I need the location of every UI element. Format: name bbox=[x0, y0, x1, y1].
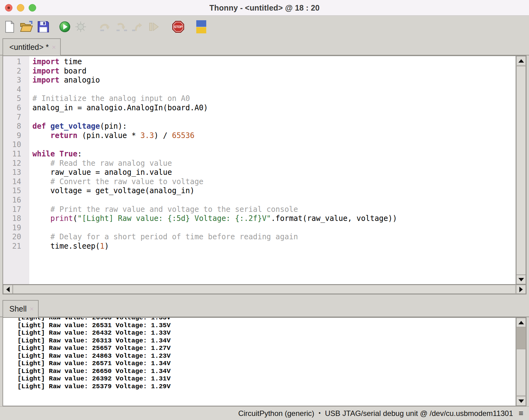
shell-vscroll-trough-upper[interactable] bbox=[516, 327, 526, 349]
code-line[interactable]: 7 bbox=[3, 113, 516, 122]
scroll-right-button[interactable] bbox=[516, 285, 526, 294]
shell-scroll-down-button[interactable] bbox=[516, 396, 526, 406]
code-text: # Convert the raw value to voltage bbox=[29, 177, 203, 187]
debug-script-button[interactable] bbox=[75, 21, 87, 33]
shell-output[interactable]: [Light] Raw value: 26968 Voltage: 1.33V[… bbox=[3, 318, 516, 406]
editor-hscroll-trough[interactable] bbox=[13, 285, 516, 294]
code-line[interactable]: 21 time.sleep(1) bbox=[3, 242, 516, 251]
code-line[interactable]: 18 print("[Light] Raw value: {:5d} Volta… bbox=[3, 214, 516, 223]
editor-vscroll-thumb[interactable] bbox=[516, 66, 526, 275]
code-line[interactable]: 16 bbox=[3, 196, 516, 205]
step-over-icon bbox=[99, 22, 112, 31]
code-line[interactable]: 1import time bbox=[3, 57, 516, 67]
shell-line: [Light] Raw value: 26313 Voltage: 1.34V bbox=[3, 337, 516, 345]
code-text: import board bbox=[29, 67, 86, 76]
line-number: 17 bbox=[3, 205, 29, 214]
code-line[interactable]: 11while True: bbox=[3, 150, 516, 159]
shell-line: [Light] Raw value: 25657 Voltage: 1.27V bbox=[3, 345, 516, 352]
resume-button[interactable] bbox=[148, 22, 159, 32]
code-line[interactable]: 9 return (pin.value * 3.3) / 65536 bbox=[3, 131, 516, 141]
code-line[interactable]: 8def get_voltage(pin): bbox=[3, 122, 516, 131]
code-text: analog_in = analogio.AnalogIn(board.A0) bbox=[29, 103, 208, 113]
line-number: 2 bbox=[3, 67, 29, 76]
code-text: # Initialize the analog input on A0 bbox=[29, 94, 190, 103]
code-line[interactable]: 6analog_in = analogio.AnalogIn(board.A0) bbox=[3, 103, 516, 113]
shell-vertical-scrollbar[interactable] bbox=[516, 318, 526, 406]
line-number: 20 bbox=[3, 232, 29, 242]
arrow-right-icon bbox=[519, 287, 523, 292]
tab-untitled[interactable]: <untitled> * × bbox=[2, 38, 61, 55]
new-file-button[interactable] bbox=[4, 21, 15, 33]
code-line[interactable]: 12 # Read the raw analog value bbox=[3, 159, 516, 168]
resume-icon bbox=[148, 22, 159, 32]
code-line[interactable]: 17 # Print the raw value and voltage to … bbox=[3, 205, 516, 214]
open-file-button[interactable] bbox=[20, 21, 33, 33]
stop-button[interactable]: STOP bbox=[172, 21, 184, 33]
run-script-button[interactable] bbox=[59, 21, 70, 32]
step-into-button[interactable] bbox=[115, 22, 128, 31]
editor-horizontal-scrollbar[interactable] bbox=[3, 284, 526, 294]
line-number: 4 bbox=[3, 85, 29, 94]
arrow-down-icon bbox=[518, 278, 524, 281]
shell-line: [Light] Raw value: 26392 Voltage: 1.31V bbox=[3, 375, 516, 383]
editor-tab-strip: <untitled> * × bbox=[0, 38, 529, 55]
code-text bbox=[29, 223, 32, 233]
line-number: 5 bbox=[3, 94, 29, 103]
tab-close-icon[interactable]: × bbox=[52, 44, 60, 51]
shell-vscroll-trough[interactable] bbox=[516, 327, 526, 396]
status-separator: • bbox=[319, 410, 321, 417]
line-number: 13 bbox=[3, 168, 29, 177]
line-number: 12 bbox=[3, 159, 29, 168]
editor-vertical-scrollbar[interactable] bbox=[516, 56, 526, 284]
ukraine-flag-icon bbox=[196, 20, 207, 34]
code-line[interactable]: 3import analogio bbox=[3, 76, 516, 85]
shell-tab-close-icon[interactable]: × bbox=[30, 306, 38, 313]
editor-hscroll-thumb[interactable] bbox=[13, 285, 516, 294]
code-line[interactable]: 19 bbox=[3, 223, 516, 233]
step-out-icon bbox=[131, 22, 144, 31]
code-text: # Delay for a short period of time befor… bbox=[29, 232, 298, 242]
code-line[interactable]: 14 # Convert the raw value to voltage bbox=[3, 177, 516, 187]
shell-panel: [Light] Raw value: 26968 Voltage: 1.33V[… bbox=[2, 317, 527, 406]
shell-line: [Light] Raw value: 26432 Voltage: 1.33V bbox=[3, 329, 516, 337]
port-name[interactable]: USB JTAG/serial debug unit @ /dev/cu.usb… bbox=[325, 409, 513, 418]
line-number: 6 bbox=[3, 103, 29, 113]
shell-line: [Light] Raw value: 26531 Voltage: 1.35V bbox=[3, 322, 516, 330]
shell-scroll-up-button[interactable] bbox=[516, 318, 526, 327]
arrow-left-icon bbox=[6, 287, 10, 292]
code-text: def get_voltage(pin): bbox=[29, 122, 127, 131]
scroll-left-button[interactable] bbox=[3, 285, 13, 294]
step-over-button[interactable] bbox=[99, 22, 112, 31]
code-editor[interactable]: 1import time2import board3import analogi… bbox=[3, 56, 516, 284]
code-text: # Print the raw value and voltage to the… bbox=[29, 205, 298, 214]
debug-bug-icon bbox=[75, 21, 87, 33]
line-number: 19 bbox=[3, 223, 29, 233]
backend-menu-icon[interactable]: ≡ bbox=[517, 408, 523, 418]
interpreter-name[interactable]: CircuitPython (generic) bbox=[238, 409, 314, 418]
code-line[interactable]: 2import board bbox=[3, 67, 516, 76]
code-line[interactable]: 20 # Delay for a short period of time be… bbox=[3, 232, 516, 242]
shell-vscroll-thumb[interactable] bbox=[516, 349, 526, 396]
scroll-up-button[interactable] bbox=[516, 56, 526, 65]
editor-vscroll-trough[interactable] bbox=[516, 65, 526, 275]
scroll-down-button[interactable] bbox=[516, 275, 526, 284]
open-folder-icon bbox=[20, 21, 33, 33]
code-line[interactable]: 4 bbox=[3, 85, 516, 94]
code-line[interactable]: 10 bbox=[3, 140, 516, 150]
code-text: # Read the raw analog value bbox=[29, 159, 172, 168]
code-line[interactable]: 13 raw_value = analog_in.value bbox=[3, 168, 516, 177]
step-out-button[interactable] bbox=[131, 22, 144, 31]
code-line[interactable]: 15 voltage = get_voltage(analog_in) bbox=[3, 186, 516, 196]
arrow-down-icon bbox=[518, 399, 524, 403]
save-file-button[interactable] bbox=[37, 21, 49, 33]
tab-shell[interactable]: Shell × bbox=[2, 300, 39, 317]
shell-line: [Light] Raw value: 26968 Voltage: 1.33V bbox=[3, 318, 516, 322]
code-text: while True: bbox=[29, 150, 82, 159]
step-into-icon bbox=[115, 22, 128, 31]
code-line[interactable]: 5# Initialize the analog input on A0 bbox=[3, 94, 516, 103]
shell-line: [Light] Raw value: 25379 Voltage: 1.29V bbox=[3, 383, 516, 391]
code-text: return (pin.value * 3.3) / 65536 bbox=[29, 131, 194, 141]
editor-panel: 1import time2import board3import analogi… bbox=[2, 55, 527, 294]
ukraine-flag-button[interactable] bbox=[196, 20, 207, 34]
line-number: 18 bbox=[3, 214, 29, 223]
